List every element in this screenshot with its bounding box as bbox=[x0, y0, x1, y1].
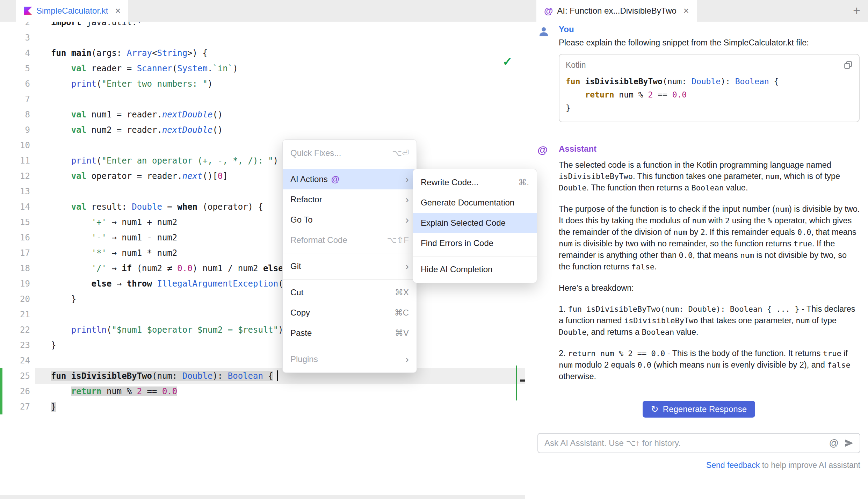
code-token: } bbox=[51, 294, 76, 304]
code-token bbox=[566, 90, 585, 99]
code-line[interactable]: 8 val num1 = reader.nextDouble() bbox=[0, 107, 525, 122]
code-text: } bbox=[35, 399, 525, 414]
line-number[interactable]: 5 bbox=[0, 61, 35, 76]
text-run: 1. bbox=[559, 304, 568, 313]
line-number[interactable]: 12 bbox=[0, 168, 35, 184]
menu-item-cut[interactable]: Cut⌘X bbox=[283, 282, 417, 303]
menu-item-hide-ai-completion[interactable]: Hide AI Completion bbox=[413, 259, 537, 280]
scrollbar-caret-marker bbox=[520, 379, 525, 382]
code-token: == bbox=[653, 90, 672, 99]
new-tab-button[interactable]: + bbox=[853, 5, 860, 17]
ai-chat-input[interactable] bbox=[544, 438, 826, 448]
line-number[interactable]: 7 bbox=[0, 92, 35, 107]
menu-item-refactor[interactable]: Refactor› bbox=[283, 189, 417, 210]
code-line[interactable]: 4fun main(args: Array<String>) { bbox=[0, 45, 525, 61]
menu-item-generate-documentation[interactable]: Generate Documentation bbox=[413, 193, 537, 213]
regenerate-response-button[interactable]: ↻ Regenerate Response bbox=[643, 401, 755, 418]
line-number[interactable]: 24 bbox=[0, 353, 35, 368]
text-run: The selected code is a function in the K… bbox=[559, 160, 831, 169]
code-line[interactable]: 7 bbox=[0, 92, 525, 107]
code-token: IllegalArgumentException bbox=[157, 279, 278, 289]
line-number[interactable]: 21 bbox=[0, 307, 35, 322]
code-token: num % bbox=[614, 90, 648, 99]
code-line[interactable]: 3 bbox=[0, 30, 525, 45]
line-number[interactable]: 15 bbox=[0, 215, 35, 230]
code-line[interactable]: 21 bbox=[0, 307, 525, 322]
line-number[interactable]: 11 bbox=[0, 153, 35, 168]
line-number[interactable]: 2 bbox=[0, 22, 35, 30]
line-number[interactable]: 6 bbox=[0, 76, 35, 92]
close-icon[interactable]: × bbox=[683, 6, 689, 16]
code-line[interactable]: 27} bbox=[0, 399, 525, 414]
tab-simplecalculator-kt[interactable]: SimpleCalculator.kt × bbox=[16, 0, 128, 22]
code-token: print bbox=[71, 79, 96, 89]
menu-item-find-errors-in-code[interactable]: Find Errors in Code bbox=[413, 233, 537, 253]
line-number[interactable]: 3 bbox=[0, 30, 35, 45]
line-number[interactable]: 4 bbox=[0, 45, 35, 61]
app-root: SimpleCalculator.kt × 2import java.util.… bbox=[0, 0, 868, 499]
inspections-ok-check-icon[interactable]: ✓ bbox=[502, 55, 513, 68]
line-number[interactable]: 25 bbox=[0, 368, 35, 384]
code-line[interactable]: 11 print("Enter an operator (+, -, *, /)… bbox=[0, 153, 525, 168]
code-token: println bbox=[71, 325, 107, 335]
vcs-change-bar bbox=[0, 384, 2, 399]
code-line[interactable]: 23} bbox=[0, 338, 525, 353]
code-line[interactable]: 9 val num2 = reader.nextDouble() bbox=[0, 122, 525, 138]
line-number[interactable]: 17 bbox=[0, 245, 35, 261]
text-run: . If this remainder equals bbox=[705, 227, 797, 237]
line-number[interactable]: 18 bbox=[0, 261, 35, 276]
code-line[interactable]: 10 bbox=[0, 138, 525, 153]
tab-ai-chat[interactable]: @ AI: Function ex...DivisibleByTwo × bbox=[536, 0, 697, 22]
line-number[interactable]: 9 bbox=[0, 122, 35, 138]
line-number[interactable]: 13 bbox=[0, 184, 35, 199]
chat-scroll-area[interactable]: You Please explain the following snippet… bbox=[533, 22, 868, 499]
line-number[interactable]: 19 bbox=[0, 276, 35, 291]
code-token: val bbox=[71, 202, 86, 212]
code-line[interactable]: 20 } bbox=[0, 291, 525, 307]
panel-tab-title: AI: Function ex...DivisibleByTwo bbox=[557, 6, 676, 16]
code-line[interactable]: 6 print("Enter two numbers: ") bbox=[0, 76, 525, 92]
mention-icon[interactable]: @ bbox=[829, 439, 839, 448]
code-line[interactable]: 22 println("$num1 $operator $num2 = $res… bbox=[0, 322, 525, 338]
code-line[interactable]: 26 return num % 2 == 0.0 bbox=[0, 384, 525, 399]
code-line[interactable]: 5 val reader = Scanner(System.`in`) bbox=[0, 61, 525, 76]
line-number[interactable]: 8 bbox=[0, 107, 35, 122]
menu-item-go-to[interactable]: Go To› bbox=[283, 210, 417, 230]
line-number[interactable]: 14 bbox=[0, 199, 35, 215]
ai-assistant-panel: @ AI: Function ex...DivisibleByTwo × + Y… bbox=[533, 0, 868, 499]
menu-item-ai-actions[interactable]: AI Actions@› bbox=[283, 169, 417, 189]
menu-item-explain-selected-code[interactable]: Explain Selected Code bbox=[413, 213, 537, 233]
code-line[interactable]: 2import java.util.* bbox=[0, 22, 525, 30]
menu-item-plugins[interactable]: Plugins› bbox=[283, 349, 417, 369]
line-number[interactable]: 27 bbox=[0, 399, 35, 414]
close-icon[interactable]: × bbox=[115, 6, 121, 16]
line-number[interactable]: 20 bbox=[0, 291, 35, 307]
code-token bbox=[66, 48, 71, 58]
menu-item-label: AI Actions bbox=[290, 174, 328, 184]
send-icon[interactable] bbox=[844, 438, 854, 448]
line-number[interactable]: 10 bbox=[0, 138, 35, 153]
code-token: '/' bbox=[92, 263, 107, 273]
assistant-body: The selected code is a function in the K… bbox=[559, 159, 860, 382]
code-token: return bbox=[585, 90, 614, 99]
send-feedback-link[interactable]: Send feedback bbox=[706, 461, 760, 470]
code-token: 0.0 bbox=[162, 386, 177, 396]
code-token bbox=[51, 325, 71, 335]
line-number[interactable]: 26 bbox=[0, 384, 35, 399]
line-number[interactable]: 22 bbox=[0, 322, 35, 338]
code-token: () bbox=[212, 125, 223, 135]
line-number[interactable]: 23 bbox=[0, 338, 35, 353]
menu-item-paste[interactable]: Paste⌘V bbox=[283, 323, 417, 343]
menu-item-label: Reformat Code bbox=[290, 235, 347, 245]
code-line[interactable]: 24 bbox=[0, 353, 525, 368]
code-line[interactable]: 25fun isDivisibleByTwo(num: Double): Boo… bbox=[0, 368, 525, 384]
menu-item-copy[interactable]: Copy⌘C bbox=[283, 303, 417, 323]
menu-item-quick-fixes[interactable]: Quick Fixes...⌥⏎ bbox=[283, 143, 417, 163]
menu-item-git[interactable]: Git› bbox=[283, 256, 417, 276]
copy-icon[interactable] bbox=[844, 60, 853, 70]
horizontal-scrollbar[interactable] bbox=[0, 495, 525, 499]
code-token: nextDouble bbox=[162, 125, 213, 135]
menu-item-reformat-code[interactable]: Reformat Code⌥⇧F bbox=[283, 230, 417, 250]
line-number[interactable]: 16 bbox=[0, 230, 35, 245]
menu-item-rewrite-code[interactable]: Rewrite Code...⌘. bbox=[413, 172, 537, 193]
